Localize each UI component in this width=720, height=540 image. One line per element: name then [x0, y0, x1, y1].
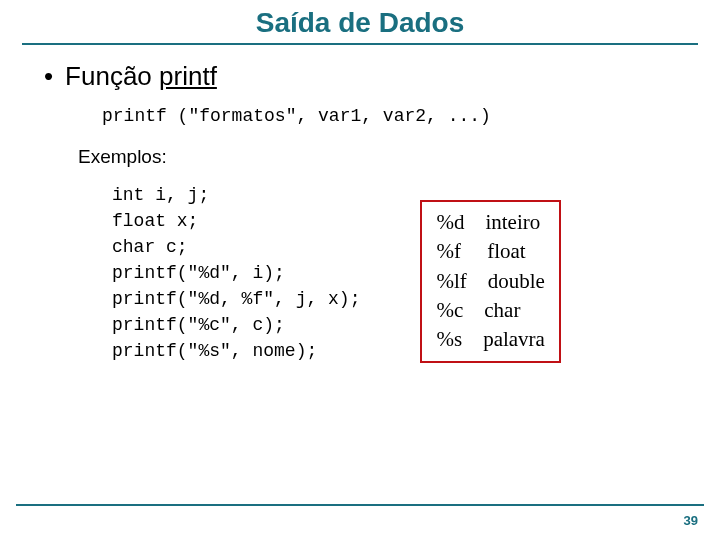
bullet-dot: •	[44, 61, 53, 91]
code-block: int i, j; float x; char c; printf("%d", …	[112, 182, 360, 365]
format-row: %f float	[436, 237, 544, 266]
format-spec: %c	[436, 298, 463, 322]
format-box: %d inteiro %f float %lf double %c char %…	[420, 200, 560, 363]
format-row: %s palavra	[436, 325, 544, 354]
title-wrap: Saída de Dados	[22, 8, 698, 45]
format-desc: char	[484, 298, 520, 322]
format-desc: float	[487, 239, 525, 263]
format-row: %lf double	[436, 267, 544, 296]
bullet-underlined: printf	[159, 61, 217, 91]
format-desc: palavra	[483, 327, 545, 351]
slide: Saída de Dados •Função printf printf ("f…	[0, 0, 720, 540]
content-row: int i, j; float x; char c; printf("%d", …	[112, 182, 698, 365]
format-row: %c char	[436, 296, 544, 325]
examples-label: Exemplos:	[78, 146, 698, 168]
format-desc: double	[488, 269, 545, 293]
format-spec: %d	[436, 210, 464, 234]
slide-title: Saída de Dados	[22, 8, 698, 39]
format-spec: %lf	[436, 269, 466, 293]
footer-rule	[16, 504, 704, 506]
format-spec: %f	[436, 239, 461, 263]
bullet-prefix: Função	[65, 61, 159, 91]
bullet-line: •Função printf	[44, 61, 698, 92]
page-number: 39	[684, 513, 698, 528]
printf-signature: printf ("formatos", var1, var2, ...)	[102, 106, 698, 126]
format-desc: inteiro	[485, 210, 540, 234]
format-spec: %s	[436, 327, 462, 351]
format-row: %d inteiro	[436, 208, 544, 237]
